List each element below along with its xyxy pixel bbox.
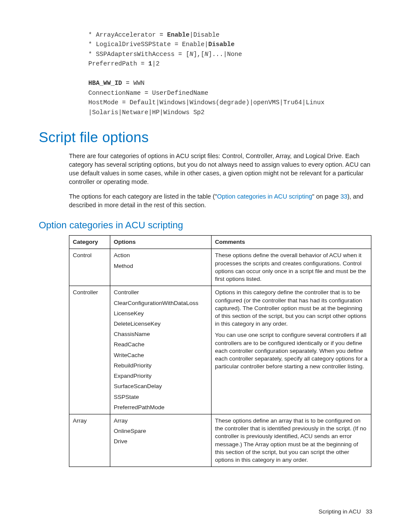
table-row: Control Action Method These options defi…	[69, 249, 371, 286]
page-33-link[interactable]: 33	[340, 193, 347, 200]
cell-category: Array	[69, 414, 110, 467]
page-footer: Scripting in ACU 33	[318, 508, 372, 515]
section-title: Script file options	[39, 129, 372, 146]
table-header-comments: Comments	[212, 236, 371, 249]
cell-options: Controller ClearConfigurationWithDataLos…	[110, 286, 212, 414]
code-block: * ArrayAccelerator = Enable|Disable * Lo…	[88, 30, 372, 117]
paragraph-1: There are four categories of options in …	[69, 152, 372, 186]
table-header-category: Category	[69, 236, 110, 249]
table-header-row: Category Options Comments	[69, 236, 371, 249]
cell-comments: These options define an array that is to…	[212, 414, 371, 467]
table-header-options: Options	[110, 236, 212, 249]
cell-options: Action Method	[110, 249, 212, 286]
paragraph-2: The options for each category are listed…	[69, 192, 372, 209]
cell-comments: These options define the overall behavio…	[212, 249, 371, 286]
cell-options: Array OnlineSpare Drive	[110, 414, 212, 467]
table-row: Array Array OnlineSpare Drive These opti…	[69, 414, 371, 467]
cell-category: Control	[69, 249, 110, 286]
cell-comments: Options in this category define the cont…	[212, 286, 371, 414]
option-category-table: Category Options Comments Control Action…	[69, 235, 371, 467]
option-categories-link[interactable]: Option categories in ACU scripting	[217, 193, 312, 200]
table-row: Controller Controller ClearConfiguration…	[69, 286, 371, 414]
cell-category: Controller	[69, 286, 110, 414]
subsection-title: Option categories in ACU scripting	[39, 220, 372, 231]
